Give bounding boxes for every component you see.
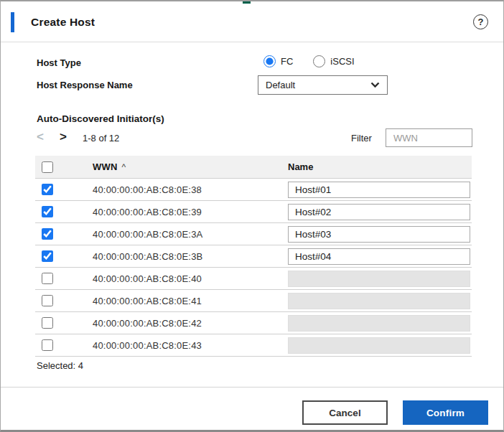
- filter-label: Filter: [351, 133, 372, 144]
- dialog-titlebar: Create Host ?: [1, 1, 503, 42]
- name-input[interactable]: [288, 293, 470, 309]
- host-type-radio-group: FC iSCSI: [263, 55, 375, 67]
- name-cell: [288, 226, 472, 243]
- help-icon[interactable]: ?: [473, 14, 488, 29]
- initiators-heading: Auto-Discovered Initiator(s): [37, 113, 164, 124]
- select-all-cell: [35, 161, 93, 173]
- host-type-label: Host Type: [37, 57, 81, 68]
- host-response-value: Default: [266, 80, 370, 90]
- table-row: 40:00:00:00:AB:C8:0E:42: [35, 311, 472, 334]
- row-checkbox[interactable]: [42, 250, 53, 262]
- wwn-cell: 40:00:00:00:AB:C8:0E:43: [93, 340, 288, 351]
- row-checkbox-cell: [35, 184, 93, 195]
- host-response-select[interactable]: Default: [258, 75, 388, 95]
- table-row: 40:00:00:00:AB:C8:0E:43: [35, 334, 472, 356]
- wwn-cell: 40:00:00:00:AB:C8:0E:40: [93, 273, 288, 284]
- wwn-cell: 40:00:00:00:AB:C8:0E:38: [93, 184, 288, 195]
- table-row: 40:00:00:00:AB:C8:0E:39: [35, 200, 472, 222]
- row-checkbox[interactable]: [42, 295, 53, 306]
- row-checkbox-cell: [35, 339, 93, 351]
- table-body: 40:00:00:00:AB:C8:0E:3840:00:00:00:AB:C8…: [35, 178, 472, 356]
- dialog-title: Create Host: [31, 16, 95, 29]
- host-response-label: Host Response Name: [37, 80, 133, 90]
- row-checkbox[interactable]: [42, 206, 53, 217]
- name-column-header[interactable]: Name: [288, 161, 472, 172]
- confirm-button[interactable]: Confirm: [403, 400, 488, 425]
- initiators-table: WWN^ Name 40:00:00:00:AB:C8:0E:3840:00:0…: [35, 156, 472, 357]
- iscsi-radio[interactable]: [313, 55, 325, 67]
- wwn-cell: 40:00:00:00:AB:C8:0E:3A: [93, 229, 288, 240]
- iscsi-radio-label: iSCSI: [330, 56, 354, 67]
- table-row: 40:00:00:00:AB:C8:0E:3B: [35, 245, 472, 267]
- table-bottom-border: [35, 356, 472, 357]
- name-input[interactable]: [288, 337, 470, 354]
- fc-radio[interactable]: [263, 55, 276, 67]
- name-input[interactable]: [288, 182, 470, 198]
- create-host-dialog: Create Host ? Host Type FC iSCSI Host Re…: [0, 0, 504, 432]
- row-checkbox-cell: [35, 250, 93, 262]
- table-header-row: WWN^ Name: [35, 156, 472, 178]
- name-cell: [288, 315, 472, 332]
- fc-radio-label: FC: [281, 56, 293, 67]
- name-input[interactable]: [288, 248, 470, 265]
- chevron-down-icon: [370, 82, 380, 88]
- row-checkbox-cell: [35, 273, 93, 284]
- row-checkbox-cell: [35, 295, 93, 306]
- prev-page-icon[interactable]: <: [37, 130, 44, 144]
- filter-input[interactable]: [386, 128, 472, 147]
- pagination-range: 1-8 of 12: [83, 133, 119, 144]
- title-accent-bar: [11, 12, 14, 32]
- wwn-cell: 40:00:00:00:AB:C8:0E:3B: [93, 251, 288, 262]
- selected-count: Selected: 4: [37, 360, 83, 371]
- row-checkbox[interactable]: [42, 317, 53, 329]
- table-row: 40:00:00:00:AB:C8:0E:3A: [35, 222, 472, 245]
- name-input[interactable]: [288, 226, 470, 243]
- row-checkbox[interactable]: [42, 228, 53, 240]
- name-cell: [288, 248, 472, 265]
- name-input[interactable]: [288, 271, 470, 287]
- table-row: 40:00:00:00:AB:C8:0E:38: [35, 178, 472, 200]
- name-cell: [288, 337, 472, 354]
- name-cell: [288, 293, 472, 309]
- sort-asc-icon: ^: [122, 162, 126, 172]
- name-cell: [288, 271, 472, 287]
- wwn-header-label: WWN: [93, 161, 118, 172]
- row-checkbox[interactable]: [42, 339, 53, 351]
- name-header-label: Name: [288, 161, 313, 172]
- next-page-icon[interactable]: >: [60, 130, 67, 144]
- wwn-column-header[interactable]: WWN^: [93, 161, 288, 172]
- wwn-cell: 40:00:00:00:AB:C8:0E:41: [93, 296, 288, 306]
- name-input[interactable]: [288, 204, 470, 220]
- name-input[interactable]: [288, 315, 470, 332]
- wwn-cell: 40:00:00:00:AB:C8:0E:42: [93, 318, 288, 329]
- row-checkbox[interactable]: [42, 273, 53, 284]
- select-all-checkbox[interactable]: [42, 161, 53, 173]
- footer-divider: [1, 387, 503, 388]
- row-checkbox[interactable]: [42, 184, 53, 195]
- row-checkbox-cell: [35, 317, 93, 329]
- row-checkbox-cell: [35, 206, 93, 217]
- name-cell: [288, 204, 472, 220]
- table-row: 40:00:00:00:AB:C8:0E:40: [35, 267, 472, 289]
- wwn-cell: 40:00:00:00:AB:C8:0E:39: [93, 207, 288, 217]
- table-row: 40:00:00:00:AB:C8:0E:41: [35, 289, 472, 311]
- cancel-button[interactable]: Cancel: [302, 400, 388, 425]
- row-checkbox-cell: [35, 228, 93, 240]
- name-cell: [288, 182, 472, 198]
